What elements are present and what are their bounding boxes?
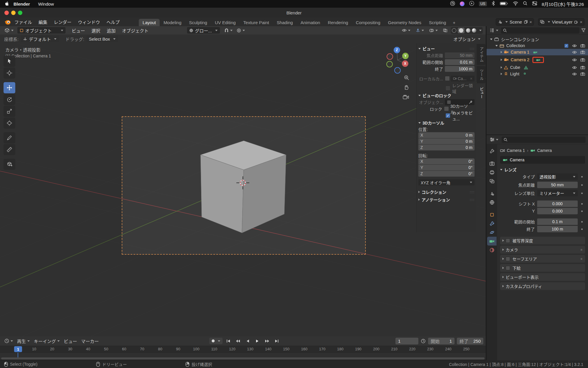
panel-grip-icon[interactable]: :::: <box>470 47 475 50</box>
collection-checkbox[interactable]: ✓ <box>564 44 569 48</box>
tab-compositing[interactable]: Compositing <box>352 19 384 26</box>
background-images-checkbox[interactable] <box>506 266 510 270</box>
scene-selector[interactable]: Scene × <box>496 18 534 26</box>
camera-view-button[interactable] <box>402 93 410 101</box>
section-background-images[interactable]: 下絵 <box>500 264 585 272</box>
shading-rendered-button[interactable] <box>472 28 476 33</box>
menubar-app-menu[interactable]: Blender <box>10 1 34 6</box>
camera-data-icon[interactable] <box>536 58 540 62</box>
shading-solid-button[interactable] <box>458 28 465 33</box>
disable-render-camera-icon[interactable] <box>580 50 585 54</box>
clip-end-field[interactable]: 100 m <box>537 226 578 232</box>
gizmos-toggle[interactable] <box>414 27 426 34</box>
camera-to-view-checkbox[interactable]: ✓ <box>445 113 450 118</box>
tab-output-properties[interactable] <box>487 168 497 177</box>
tab-layout[interactable]: Layout <box>139 19 160 26</box>
tab-animation[interactable]: Animation <box>297 19 324 26</box>
lens-unit-dropdown[interactable]: ミリメーター <box>537 190 578 196</box>
data-name-field[interactable]: Camera <box>500 156 585 164</box>
disable-render-camera-icon[interactable] <box>580 66 585 69</box>
jump-to-end-button[interactable] <box>273 338 281 344</box>
cursor-loc-z-field[interactable]: Z0 m <box>418 145 475 150</box>
local-camera-checkbox[interactable] <box>445 76 450 81</box>
tab-scripting[interactable]: Scripting <box>425 19 450 26</box>
menu-object[interactable]: オブジェクト <box>119 27 152 34</box>
show-gizmo-toggle[interactable] <box>400 27 412 34</box>
shading-dropdown-caret[interactable] <box>479 30 482 31</box>
snap-toggle[interactable] <box>222 27 235 34</box>
zoom-view-button[interactable] <box>402 74 411 82</box>
spotlight-search-icon[interactable] <box>523 1 527 6</box>
light-data-icon[interactable] <box>523 72 527 76</box>
siri-icon[interactable] <box>460 1 465 6</box>
cursor-loc-x-field[interactable]: X0 m <box>418 132 475 138</box>
timeline-editor-type-selector[interactable] <box>2 337 15 344</box>
tab-world-properties[interactable] <box>487 198 497 207</box>
menu-view[interactable]: ビュー <box>69 27 88 34</box>
section-camera[interactable]: カメラ ≡ <box>500 246 585 253</box>
transform-orientation-selector[interactable]: グロー... <box>187 27 220 34</box>
status-circle-icon[interactable] <box>450 1 455 7</box>
hide-viewport-eye-icon[interactable] <box>572 44 577 47</box>
wifi-icon[interactable] <box>513 1 518 6</box>
editor-type-selector[interactable] <box>2 27 16 34</box>
shift-y-field[interactable]: 0.000 <box>537 208 578 214</box>
collection-panel-header[interactable]: コレクション :::: <box>418 188 475 195</box>
add-workspace-button[interactable]: + <box>450 19 458 26</box>
shading-wireframe-button[interactable] <box>452 28 456 33</box>
current-frame-field[interactable]: 1 <box>395 338 418 344</box>
outliner-row-cube[interactable]: Cube <box>487 64 588 71</box>
frame-end-field[interactable]: 終了250 <box>457 338 483 344</box>
filter-icon[interactable] <box>581 28 586 32</box>
hide-viewport-eye-icon[interactable] <box>572 51 577 54</box>
next-keyframe-button[interactable] <box>263 338 271 344</box>
frame-start-field[interactable]: 開始1 <box>428 338 455 344</box>
drag-mode-selector[interactable]: Select Box <box>86 36 118 42</box>
cursor-rot-z-field[interactable]: Z0° <box>418 171 475 177</box>
timeline-track-area[interactable] <box>0 353 486 360</box>
cursor-rot-x-field[interactable]: X0° <box>418 158 475 164</box>
tool-measure[interactable] <box>4 144 15 155</box>
tool-scale[interactable] <box>4 106 15 117</box>
bluetooth-icon[interactable] <box>492 1 495 7</box>
menu-help[interactable]: ヘルプ <box>103 19 123 25</box>
menu-file[interactable]: ファイル <box>11 19 35 25</box>
tab-physics-properties[interactable] <box>487 228 497 237</box>
overlays-toggle[interactable] <box>427 27 440 34</box>
lens-type-dropdown[interactable]: 透視投影 <box>537 173 578 180</box>
menubar-clock[interactable]: 8月10日(水) 午後3:26 <box>542 1 584 7</box>
outliner-row-camera1[interactable]: Camera 1 <box>487 49 588 55</box>
tool-rotate[interactable] <box>4 94 15 105</box>
clip-end-field[interactable]: 1000 m <box>445 66 475 72</box>
section-viewport-display[interactable]: ビューポート表示 <box>500 273 585 281</box>
tab-geometry-nodes[interactable]: Geometry Nodes <box>384 19 425 26</box>
keyboard-layout-badge[interactable]: US <box>479 1 487 6</box>
menu-edit[interactable]: 編集 <box>35 19 51 25</box>
options-dropdown[interactable]: オプション <box>453 36 486 42</box>
section-safe-areas[interactable]: セーフエリア ≡ <box>500 255 585 263</box>
auto-keying-button[interactable] <box>209 338 223 344</box>
cursor-rot-y-field[interactable]: Y0° <box>418 165 475 170</box>
outliner-search-input[interactable] <box>501 27 579 34</box>
sidebar-tab-item[interactable]: アイテム <box>477 44 485 65</box>
mode-selector[interactable]: オブジェクト <box>17 27 66 34</box>
preset-menu-icon[interactable]: ≡ <box>581 257 583 261</box>
outliner-row-camera2[interactable]: Camera 2 <box>487 55 588 64</box>
use-preview-range-icon[interactable] <box>421 339 426 344</box>
control-center-icon[interactable] <box>532 1 537 6</box>
play-reverse-button[interactable] <box>244 338 252 344</box>
apple-menu-icon[interactable] <box>5 1 9 6</box>
outliner-row-collection[interactable]: Collection ✓ <box>487 42 588 49</box>
outliner-row-scene-collection[interactable]: シーンコレクション <box>487 36 588 42</box>
tool-transform[interactable] <box>4 117 15 129</box>
camera-data-icon[interactable] <box>533 51 537 54</box>
local-camera-field[interactable]: Ca... × <box>451 76 475 82</box>
tab-shading[interactable]: Shading <box>273 19 297 26</box>
coord-system-selector[interactable]: デフォルト <box>21 36 59 42</box>
focal-length-field[interactable]: 50 mm <box>445 52 475 58</box>
menu-select[interactable]: 選択 <box>88 27 103 34</box>
disable-render-camera-icon[interactable] <box>580 72 585 76</box>
dof-checkbox[interactable] <box>506 238 510 243</box>
section-depth-of-field[interactable]: 被写界深度 <box>500 237 585 244</box>
play-status-icon[interactable] <box>469 1 474 7</box>
